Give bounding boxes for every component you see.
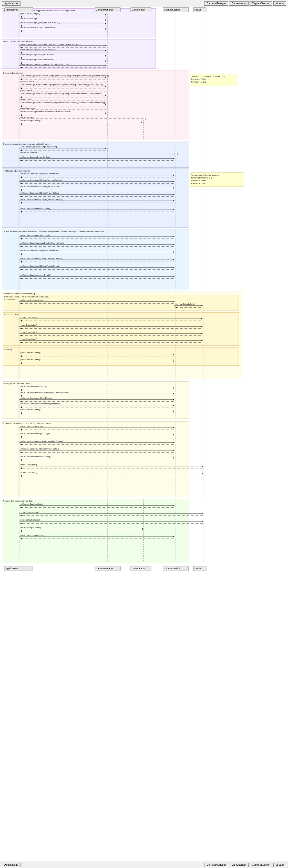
- svg-text:automatically: automatically: [4, 299, 14, 301]
- svg-text:photoOutput.capture(): photoOutput.capture(): [21, 359, 41, 361]
- svg-text:CameraInput: CameraInput: [132, 567, 145, 570]
- svg-text:mCaptureSession.beginConfig(): mCaptureSession.beginConfig(): [21, 432, 50, 435]
- svg-text:mCaptureSession.start(): mCaptureSession.start(): [21, 299, 43, 301]
- actor-camerainput-bottom: CameraInput: [229, 863, 249, 867]
- svg-text:mCaptureSession.release(): mCaptureSession.release(): [21, 534, 45, 536]
- actor-stream-bottom: stream: [274, 863, 286, 867]
- svg-text:photoOutput.capture(): photoOutput.capture(): [21, 408, 41, 411]
- actor-capturesession-bottom: CaptureSession: [250, 863, 273, 867]
- svg-text:mCaptureSession.addOutput(prev: mCaptureSession.addOutput(previewOutput): [21, 179, 62, 181]
- svg-text:previewOutput: previewOutput: [21, 81, 34, 83]
- svg-text:cameraManager.createMetadataOu: cameraManager.createMetadataOutput(camer…: [21, 101, 108, 104]
- svg-text:videoOutput.stop(): videoOutput.stop(): [21, 471, 37, 474]
- svg-text:mCameraInput: mCameraInput: [21, 116, 34, 119]
- svg-text:cameraoutputcapability.photoPr: cameraoutputcapability.photoProfiles: [21, 53, 54, 56]
- svg-text:mCameraManager.createCameraInp: mCameraManager.createCameraInput(CameraD…: [21, 111, 71, 113]
- svg-text:mCaptureSession.addInput(mCame: mCaptureSession.addInput(mCameraInput): [21, 249, 61, 252]
- svg-text:stream: stream: [194, 8, 202, 11]
- svg-text:videoOutput.start(): videoOutput.start(): [21, 331, 38, 333]
- svg-text:CameraManager: CameraManager: [96, 567, 113, 570]
- svg-text:mCaptureSession.getFlashMode(): mCaptureSession.getFlashMode(): [21, 397, 52, 399]
- svg-text:mCameraInput.open(): mCameraInput.open(): [21, 120, 41, 122]
- svg-text:Preview + Video: Preview + Video: [191, 182, 206, 185]
- svg-text:photoOutput.release(): photoOutput.release(): [21, 519, 40, 521]
- svg-text:mCaptureSession.removeOutput(v: mCaptureSession.removeOutput(videoOutput…: [21, 440, 63, 442]
- actor-capturesession-top: CaptureSession: [250, 1, 273, 6]
- svg-text:videoOutput.stop(): videoOutput.stop(): [21, 338, 37, 340]
- svg-text:videoOutput: videoOutput: [21, 98, 32, 101]
- svg-text:CameraManager: CameraManager: [96, 8, 113, 11]
- actor-stream-top: stream: [274, 1, 286, 6]
- svg-text:mCaptureSession.addOutput(vide: mCaptureSession.addOutput(videoOutput): [21, 192, 59, 194]
- svg-text:CaptureSession: CaptureSession: [164, 8, 181, 11]
- svg-text:*Example: Set the flash mode.: *Example: Set the flash mode.: [3, 382, 31, 385]
- svg-text:getCameraManager(): getCameraManager(): [21, 12, 40, 14]
- svg-text:cameraManager.createPreviewOut: cameraManager.createPreviewOutput(camera…: [21, 74, 109, 77]
- svg-text:mCaptureSession.addInput(mCame: mCaptureSession.addInput(mCameraInput): [21, 173, 61, 175]
- svg-text:mCaptureSession.beginConfig(): mCaptureSession.beginConfig(): [21, 234, 50, 237]
- svg-text:cameraoutputcapability.videoPr: cameraoutputcapability.videoProfiles: [21, 59, 54, 61]
- svg-text:mCaptureSession.isFlashModeSup: mCaptureSession.isFlashModeSupported(fla…: [21, 391, 69, 394]
- svg-text:videoOutput.release(): videoOutput.release(): [21, 511, 40, 514]
- svg-text:videoOutput.start(): videoOutput.start(): [21, 464, 38, 466]
- svg-text:cameraManager.createPhotoOutpu: cameraManager.createPhotoOutput(cameraou…: [21, 84, 103, 86]
- svg-text:cameraManager.createCaptureSes: cameraManager.createCaptureSession(): [21, 146, 58, 148]
- svg-text:photoOutput.capture(): photoOutput.capture(): [21, 351, 41, 354]
- svg-text:mCaptureSession.addOutput(phot: mCaptureSession.addOutput(photoOutput): [21, 265, 60, 267]
- svg-text:mCaptureSession.stop(): mCaptureSession.stop(): [21, 425, 43, 428]
- svg-text:mCameraDeviceArray (CameraDevi: mCameraDeviceArray (CameraDevice): [21, 26, 56, 29]
- svg-text:photoOutput: photoOutput: [21, 90, 32, 92]
- svg-text:CaptureSession: CaptureSession: [164, 567, 181, 570]
- svg-text:mCameraManager.getSupportedCam: mCameraManager.getSupportedCameras(): [21, 21, 60, 24]
- svg-text:videoOutput.stop(): videoOutput.stop(): [21, 324, 37, 326]
- svg-text:mCaptureSession.hasFlash(): mCaptureSession.hasFlash(): [21, 385, 47, 388]
- svg-text:stream: stream: [194, 567, 202, 570]
- sequence-diagram: Obtain a CameraManager instance, support…: [0, 7, 288, 861]
- svg-text:You can create only dual strea: You can create only dual streams, e.g.: [191, 75, 226, 78]
- svg-text:To add new input and output st: To add new input and output streams, unl…: [3, 230, 104, 233]
- svg-text:previewOutput.start(): previewOutput.start(): [175, 303, 195, 305]
- svg-text:mCaptureSession.removeOutput(p: mCaptureSession.removeOutput(photoOutput…: [21, 257, 63, 259]
- svg-text:Preview/Shooting/Video Recordi: Preview/Shooting/Video Recording: [3, 292, 35, 295]
- svg-text:mCameraInput.close(): mCameraInput.close(): [21, 526, 41, 529]
- svg-text:videoOutput.start(): videoOutput.start(): [21, 316, 38, 318]
- svg-text:Video recording: Video recording: [4, 313, 19, 315]
- svg-text:metadataOutput: metadataOutput: [21, 107, 35, 110]
- svg-rect-65: [142, 118, 145, 120]
- svg-text:Start the session. The preview: Start the session. The preview stream is…: [4, 296, 49, 298]
- svg-text:Release the session and device: Release the session and device.: [3, 500, 33, 502]
- svg-text:mCaptureSession.commitConfig(): mCaptureSession.commitConfig(): [21, 456, 51, 458]
- svg-text:You can add only dual streams: You can add only dual streams: [191, 174, 219, 176]
- svg-text:mCaptureSession.setFlashMode(f: mCaptureSession.setFlashMode(flashMode): [21, 403, 61, 405]
- svg-text:mCaptureSession: mCaptureSession: [21, 152, 37, 154]
- app-label-bottom: Applications: [2, 863, 21, 867]
- actor-cameramgr-bottom: CameraManager: [204, 863, 228, 867]
- svg-text:Applications: Applications: [6, 8, 18, 11]
- actor-cameramgr-top: CameraManager: [204, 1, 228, 6]
- svg-text:mCaptureSession.stop(): mCaptureSession.stop(): [21, 503, 43, 505]
- svg-text:Restart the session, and add t: Restart the session, and add the VideoOu…: [3, 422, 52, 424]
- svg-text:mCaptureSession.commitConfig(): mCaptureSession.commitConfig(): [21, 274, 51, 276]
- svg-text:mCaptureSession.addOutput(phot: mCaptureSession.addOutput(photoOutput): [21, 185, 60, 188]
- svg-text:Preview = Photo: Preview = Photo: [191, 78, 206, 80]
- svg-text:cameraoutputcapability.preview: cameraoutputcapability.previewProfiles: [21, 48, 56, 51]
- top-bar: Applications CameraManager CameraInput C…: [0, 0, 288, 7]
- svg-text:mCaptureSession.removeInput(mC: mCaptureSession.removeInput(mCameraInput…: [21, 242, 64, 244]
- actor-boxes-bottom: CameraManager CameraInput CaptureSession…: [204, 863, 286, 867]
- svg-text:Create output streams.: Create output streams.: [3, 72, 24, 74]
- svg-text:Obtain camera output capabilit: Obtain camera output capabilities.: [3, 40, 34, 42]
- svg-text:for output streams, e.g.: for output streams, e.g.: [191, 177, 212, 179]
- svg-text:cameraManager.createVideoOutpu: cameraManager.createVideoOutput(cameraou…: [21, 93, 102, 95]
- bottom-bar: Applications CameraManager CameraInput C…: [0, 861, 288, 868]
- svg-text:mCameraManager.: mCameraManager.: [21, 18, 38, 20]
- actor-boxes-top: CameraManager CameraInput CaptureSession…: [204, 1, 286, 6]
- svg-text:mCaptureSession.commitConfig(): mCaptureSession.commitConfig(): [21, 207, 51, 210]
- svg-text:mCameraManager.getSupportedOut: mCameraManager.getSupportedOutputCapabil…: [21, 43, 81, 45]
- svg-text:Shooting: Shooting: [4, 348, 12, 351]
- svg-text:Applications: Applications: [6, 567, 18, 570]
- svg-text:mCaptureSession.beginConfig(): mCaptureSession.beginConfig(): [21, 156, 50, 158]
- svg-text:Create a session and add input: Create a session and add input and outpu…: [3, 143, 50, 145]
- svg-text:Add input and output streams.: Add input and output streams.: [3, 170, 31, 172]
- svg-text:mCaptureSession.addOutput(meta: mCaptureSession.addOutput(metadataOutput…: [21, 198, 63, 200]
- svg-text:cameraoutputcapability.support: cameraoutputcapability.supportedMetadata…: [21, 63, 71, 65]
